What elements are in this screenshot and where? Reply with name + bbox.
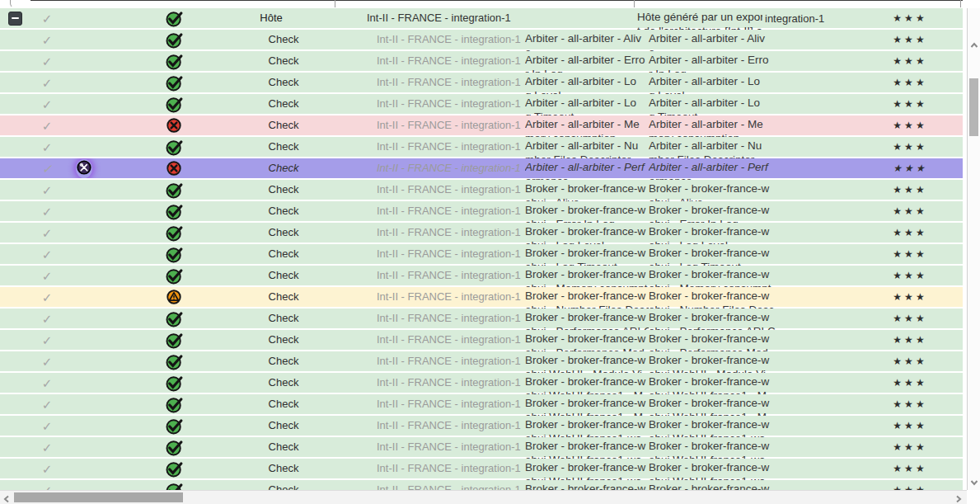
critical-status-icon[interactable] — [166, 117, 183, 134]
ok-status-icon[interactable] — [166, 246, 183, 263]
ok-status-icon[interactable] — [166, 310, 183, 327]
table-row[interactable]: ✓ Check Int-II - FRANCE - integration-1 … — [0, 158, 963, 178]
ok-status-icon[interactable] — [166, 181, 183, 199]
service-name[interactable]: Broker - broker-france-w ebui - Performa… — [525, 330, 649, 351]
table-row[interactable]: ✓ Check Int-II - FRANCE - integration-1 … — [0, 73, 963, 92]
table-row[interactable]: ✓ Check Int-II - FRANCE - integration-1 … — [0, 416, 963, 436]
warning-status-icon[interactable] — [166, 289, 183, 306]
table-row[interactable]: ✓ Check Int-II - FRANCE - integration-1 … — [0, 437, 963, 457]
host-name[interactable]: Int-II - FRANCE - integration-1 — [323, 351, 525, 371]
scroll-right-arrow-icon[interactable] — [954, 493, 963, 504]
table-row[interactable]: ✓ Check Int-II - FRANCE - integration-1 … — [0, 137, 963, 157]
ok-status-icon[interactable] — [166, 74, 183, 92]
ok-status-icon[interactable] — [166, 203, 183, 220]
service-name[interactable]: Arbiter - all-arbiter - Nu mber Files De… — [525, 137, 649, 158]
host-name[interactable]: Int-II - FRANCE - integration-1 — [323, 94, 525, 114]
table-row[interactable]: ✓ Check Int-II - FRANCE - integration-1 … — [0, 373, 963, 393]
service-name[interactable]: Broker - broker-france-w ebui WebUI-fran… — [525, 394, 649, 416]
column-header-hote[interactable]: Hôte — [244, 8, 323, 28]
host-name[interactable]: Int-II - FRANCE - integration-1 — [323, 309, 525, 328]
host-name[interactable]: Int-II - FRANCE - integration-1 — [323, 437, 525, 457]
scroll-down-arrow-icon[interactable] — [970, 477, 978, 489]
host-name[interactable]: Int-II - FRANCE - integration-1 — [323, 394, 525, 414]
ok-status-icon[interactable] — [166, 374, 183, 392]
table-row[interactable]: ✓ Check Int-II - FRANCE - integration-1 … — [0, 94, 963, 114]
ok-status-icon[interactable] — [166, 439, 183, 456]
host-name[interactable]: Int-II - FRANCE - integration-1 — [323, 244, 525, 264]
ok-status-icon[interactable] — [166, 482, 183, 491]
service-name[interactable]: Arbiter - all-arbiter - Aliv e - — [525, 30, 649, 51]
host-name[interactable]: Int-II - FRANCE - integration-1 — [323, 180, 525, 200]
host-name[interactable]: Int-II - FRANCE - integration-1 — [323, 480, 525, 490]
vertical-scrollbar[interactable] — [967, 8, 980, 490]
ok-status-icon[interactable] — [166, 53, 183, 70]
host-name[interactable]: Int-II - FRANCE - integration-1 — [323, 287, 525, 307]
service-name[interactable]: Broker - broker-france-w ebui - Alive — [525, 180, 649, 201]
horizontal-scroll-thumb[interactable] — [14, 492, 183, 502]
table-row[interactable]: ✓ Check Int-II - FRANCE - integration-1 … — [0, 330, 963, 350]
service-name[interactable]: Arbiter - all-arbiter - Erro r In Log — [525, 51, 649, 73]
service-name[interactable]: Broker - broker-france-w ebui - Number F… — [525, 287, 649, 309]
ok-status-icon[interactable] — [166, 224, 183, 242]
service-name[interactable]: Broker - broker-france-w ebui WebUI-fran… — [525, 373, 649, 394]
host-name[interactable]: Int-II - FRANCE - integration-1 — [323, 416, 525, 436]
host-name[interactable]: Int-II - FRANCE - integration-1 — [323, 373, 525, 393]
ok-status-icon[interactable] — [166, 353, 183, 370]
service-name[interactable]: Broker - broker-france-w ebui WebUI-fran… — [525, 416, 649, 437]
ok-status-icon[interactable] — [166, 267, 183, 285]
service-name[interactable]: Arbiter - all-arbiter - Lo g Level — [525, 73, 649, 94]
ok-status-icon[interactable] — [166, 139, 183, 156]
service-name[interactable]: Broker - broker-france-w ebui WebUI-fran… — [525, 459, 649, 480]
host-name[interactable]: Int-II - FRANCE - integration-1 — [323, 330, 525, 350]
vertical-scroll-thumb[interactable] — [969, 78, 978, 136]
service-name[interactable]: Broker - broker-france-w ebui - Log Leve… — [525, 223, 649, 244]
host-name[interactable]: Int-II - FRANCE - integration-1 — [323, 30, 525, 49]
service-name[interactable]: Broker - broker-france-w ebui - Performa… — [525, 309, 649, 330]
table-row[interactable]: ✓ Check Int-II - FRANCE - integration-1 … — [0, 351, 963, 371]
ok-status-icon[interactable] — [166, 96, 183, 113]
service-name[interactable]: Broker - broker-france-w ebui WebUI-fran… — [525, 437, 649, 459]
ok-status-icon[interactable] — [166, 31, 183, 49]
scroll-left-arrow-icon[interactable] — [2, 493, 11, 504]
header-host-name[interactable]: Int-II - FRANCE - integration-1 — [323, 8, 525, 28]
service-name[interactable]: Broker - broker-france-w ebui WebUI - Mo… — [525, 351, 649, 373]
service-name[interactable]: Arbiter - all-arbiter - Perf ormance — [525, 158, 649, 180]
table-row[interactable]: ✓ Check Int-II - FRANCE - integration-1 … — [0, 287, 963, 307]
host-name[interactable]: Int-II - FRANCE - integration-1 — [323, 73, 525, 92]
service-name[interactable]: Arbiter - all-arbiter - Me mory consumpt… — [525, 115, 649, 137]
table-row[interactable]: ✓ Check Int-II - FRANCE - integration-1 … — [0, 309, 963, 328]
host-name[interactable]: Int-II - FRANCE - integration-1 — [323, 266, 525, 285]
service-name[interactable]: Broker - broker-france-w ebui - Log Time… — [525, 244, 649, 266]
table-row[interactable]: ✓ Check Int-II - FRANCE - integration-1 … — [0, 394, 963, 414]
host-name[interactable]: Int-II - FRANCE - integration-1 — [323, 459, 525, 478]
table-row[interactable]: ✓ Check Int-II - FRANCE - integration-1 … — [0, 51, 963, 71]
table-row[interactable]: ✓ Check Int-II - FRANCE - integration-1 … — [0, 480, 963, 490]
table-row[interactable]: ✓ Check Int-II - FRANCE - integration-1 … — [0, 201, 963, 221]
table-row[interactable]: ✓ Check Int-II - FRANCE - integration-1 … — [0, 30, 963, 49]
ok-status-icon[interactable] — [166, 417, 183, 435]
ok-status-icon[interactable] — [166, 460, 183, 478]
host-name[interactable]: Int-II - FRANCE - integration-1 — [323, 201, 525, 221]
service-name[interactable]: Broker - broker-france-w ebui - Error In… — [525, 201, 649, 223]
table-row[interactable]: ✓ Check Int-II - FRANCE - integration-1 … — [0, 115, 963, 135]
table-row[interactable]: ✓ Check Int-II - FRANCE - integration-1 … — [0, 244, 963, 264]
service-name[interactable]: Arbiter - all-arbiter - Lo g Timeout — [525, 94, 649, 115]
table-row[interactable]: ✓ Check Int-II - FRANCE - integration-1 … — [0, 266, 963, 285]
host-name[interactable]: Int-II - FRANCE - integration-1 — [323, 137, 525, 157]
host-name[interactable]: Int-II - FRANCE - integration-1 — [323, 158, 525, 178]
host-name[interactable]: Int-II - FRANCE - integration-1 — [323, 51, 525, 71]
service-name[interactable]: Broker - broker-france-w — [525, 480, 649, 490]
scroll-up-arrow-icon[interactable] — [970, 40, 978, 52]
host-name[interactable]: Int-II - FRANCE - integration-1 — [323, 115, 525, 135]
host-name[interactable]: Int-II - FRANCE - integration-1 — [323, 223, 525, 243]
service-name[interactable]: Broker - broker-france-w ebui - Memory c… — [525, 266, 649, 287]
table-row[interactable]: ✓ Check Int-II - FRANCE - integration-1 … — [0, 180, 963, 200]
table-row[interactable]: ✓ Check Int-II - FRANCE - integration-1 … — [0, 459, 963, 478]
select-all-checkbox[interactable] — [8, 12, 22, 26]
check-type-label: Check — [244, 330, 323, 350]
horizontal-scrollbar[interactable] — [0, 490, 968, 504]
critical-status-icon[interactable] — [166, 160, 183, 177]
ok-status-icon[interactable] — [166, 332, 183, 349]
ok-status-icon[interactable] — [166, 396, 183, 413]
table-row[interactable]: ✓ Check Int-II - FRANCE - integration-1 … — [0, 223, 963, 243]
